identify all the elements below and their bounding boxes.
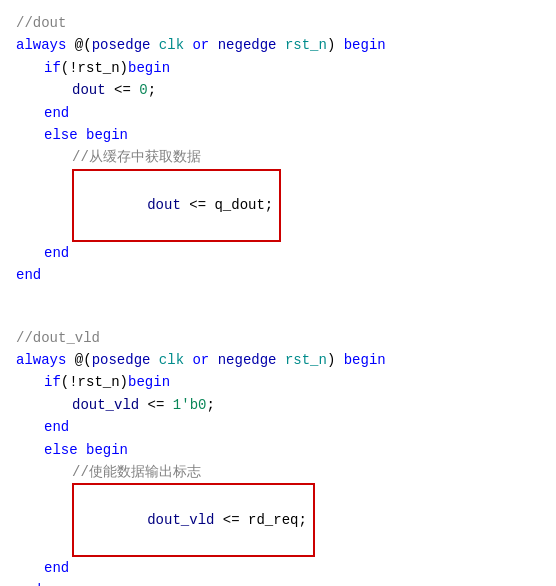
comment-cn-line-1: //从缓存中获取数据 (16, 146, 540, 168)
dout-vld-signal-2: dout_vld (147, 512, 214, 528)
or-keyword: or (192, 34, 217, 56)
dout-comment: //dout (16, 12, 66, 34)
if-line-1: if(!rst_n)begin (16, 57, 540, 79)
end-line-1: end (16, 102, 540, 124)
dout-assign-line: dout <= q_dout; (16, 169, 540, 242)
semicolon-2: ; (265, 197, 273, 213)
dout-zero-line: dout <= 0; (16, 79, 540, 101)
else-keyword-1: else (44, 124, 86, 146)
end-keyword-1: end (44, 102, 69, 124)
begin-keyword-2: begin (128, 57, 170, 79)
dout-vld-block: //dout_vld always @(posedge clk or neged… (16, 327, 540, 586)
dout-block: //dout always @(posedge clk or negedge r… (16, 12, 540, 287)
posedge-keyword-2: posedge (92, 349, 159, 371)
end-keyword-4: end (44, 416, 69, 438)
comment-cn-1: //从缓存中获取数据 (72, 146, 201, 168)
comment-cn-2: //使能数据输出标志 (72, 461, 201, 483)
clk-signal: clk (159, 34, 193, 56)
zero-number: 0 (139, 79, 147, 101)
q-dout-signal: q_dout (214, 197, 264, 213)
spacer-1 (16, 311, 540, 327)
end-line-3: end (16, 264, 540, 286)
assign-op-2: <= (181, 197, 215, 213)
if-keyword-1: if (44, 57, 61, 79)
highlighted-box-2: dout_vld <= rd_req; (72, 483, 315, 556)
dout-vld-assign-line: dout_vld <= rd_req; (16, 483, 540, 556)
end-keyword-5: end (44, 557, 69, 579)
or-keyword-2: or (192, 349, 217, 371)
paren-close: ) (327, 34, 344, 56)
end-line-5: end (16, 557, 540, 579)
begin-keyword-6: begin (86, 439, 128, 461)
always-keyword-2: always (16, 349, 75, 371)
assign-op-3: <= (139, 394, 173, 416)
always-line-2: always @(posedge clk or negedge rst_n) b… (16, 349, 540, 371)
else-line-1: else begin (16, 124, 540, 146)
at-sign: @( (75, 34, 92, 56)
always-keyword: always (16, 34, 75, 56)
if-condition-1: (!rst_n) (61, 57, 128, 79)
assign-op-4: <= (214, 512, 248, 528)
semicolon-4: ; (298, 512, 306, 528)
dout-signal-1: dout (72, 79, 106, 101)
end-line-2: end (16, 242, 540, 264)
if-keyword-2: if (44, 371, 61, 393)
if-condition-2: (!rst_n) (61, 371, 128, 393)
negedge-keyword: negedge (218, 34, 285, 56)
at-sign-2: @( (75, 349, 92, 371)
begin-keyword-4: begin (344, 349, 386, 371)
if-line-2: if(!rst_n)begin (16, 371, 540, 393)
highlighted-box-1: dout <= q_dout; (72, 169, 281, 242)
clk-signal-2: clk (159, 349, 193, 371)
end-line-4: end (16, 416, 540, 438)
begin-keyword-3: begin (86, 124, 128, 146)
dout-vld-signal-1: dout_vld (72, 394, 139, 416)
dout-vld-zero-line: dout_vld <= 1'b0; (16, 394, 540, 416)
always-line-1: always @(posedge clk or negedge rst_n) b… (16, 34, 540, 56)
dout-vld-comment: //dout_vld (16, 327, 100, 349)
end-line-6: end (16, 579, 540, 586)
begin-keyword-1: begin (344, 34, 386, 56)
negedge-keyword-2: negedge (218, 349, 285, 371)
end-keyword-6: end (16, 579, 41, 586)
assign-op-1: <= (106, 79, 140, 101)
dout-vld-comment-line: //dout_vld (16, 327, 540, 349)
rd-req-signal: rd_req (248, 512, 298, 528)
dout-signal-2: dout (147, 197, 181, 213)
semicolon-3: ; (206, 394, 214, 416)
rst-signal-2: rst_n (285, 349, 327, 371)
code-container: //dout always @(posedge clk or negedge r… (0, 0, 556, 586)
else-keyword-2: else (44, 439, 86, 461)
semicolon-1: ; (148, 79, 156, 101)
one-b0-number: 1'b0 (173, 394, 207, 416)
else-line-2: else begin (16, 439, 540, 461)
end-keyword-2: end (44, 242, 69, 264)
posedge-keyword: posedge (92, 34, 159, 56)
comment-cn-line-2: //使能数据输出标志 (16, 461, 540, 483)
begin-keyword-5: begin (128, 371, 170, 393)
rst-signal: rst_n (285, 34, 327, 56)
dout-comment-line: //dout (16, 12, 540, 34)
paren-close-2: ) (327, 349, 344, 371)
end-keyword-3: end (16, 264, 41, 286)
